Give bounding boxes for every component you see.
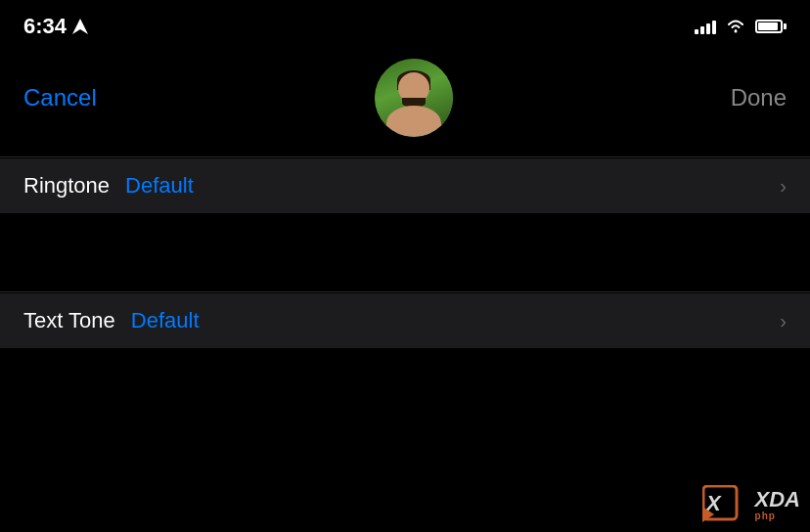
location-icon [72,19,88,34]
xda-watermark: X XDA php [702,485,800,524]
xda-logo-svg: X [702,485,751,524]
ringtone-row[interactable]: Ringtone Default › [0,158,810,213]
status-indicators [695,19,787,34]
status-bar: 6:34 [0,0,810,49]
status-time: 6:34 [23,14,88,39]
avatar [375,59,453,137]
text-tone-label: Text Tone [23,308,115,333]
ringtone-chevron-icon: › [780,175,787,198]
text-tone-row-left: Text Tone Default [23,308,200,333]
time-display: 6:34 [23,14,67,39]
xda-sub-label: php [755,510,776,521]
separator-top [0,156,810,157]
text-tone-section: Text Tone Default › [0,293,810,348]
avatar-image [375,59,453,137]
xda-label: XDA [755,489,800,510]
ringtone-value: Default [125,173,194,199]
wifi-icon [726,19,745,34]
ringtone-row-left: Ringtone Default [23,173,194,199]
middle-spacer [0,213,810,291]
nav-bar: Cancel Done [0,49,810,156]
separator-middle [0,291,810,292]
signal-icon [695,19,716,34]
xda-logo: X XDA php [702,485,800,524]
text-tone-chevron-icon: › [780,310,787,332]
text-tone-value: Default [131,308,200,333]
xda-text-group: XDA php [755,489,800,521]
ringtone-label: Ringtone [23,173,110,199]
cancel-button[interactable]: Cancel [23,84,97,111]
battery-icon [755,20,787,33]
text-tone-row[interactable]: Text Tone Default › [0,293,810,348]
svg-point-0 [735,30,738,33]
ringtone-section: Ringtone Default › [0,158,810,213]
done-button[interactable]: Done [731,84,787,111]
